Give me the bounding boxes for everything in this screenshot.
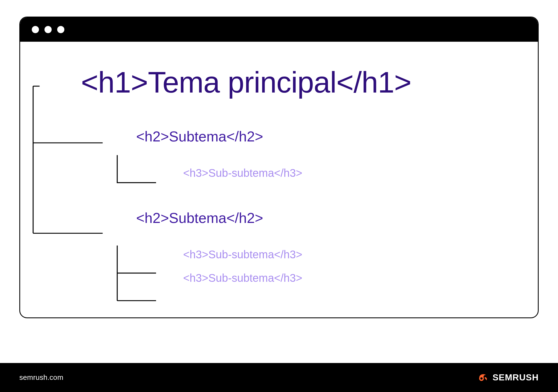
heading-h3-row: <h3>Sub-subtema</h3> xyxy=(64,167,513,179)
footer-url: semrush.com xyxy=(19,373,63,382)
heading-h3: <h3>Sub-subtema</h3> xyxy=(183,248,513,261)
browser-window: <h1>Tema principal</h1> <h2>Subtema</h2>… xyxy=(19,17,539,318)
heading-h3-row: <h3>Sub-subtema</h3> xyxy=(64,272,513,284)
canvas: <h1>Tema principal</h1> <h2>Subtema</h2>… xyxy=(0,0,558,363)
window-dot-icon xyxy=(44,26,52,33)
diagram-content: <h1>Tema principal</h1> <h2>Subtema</h2>… xyxy=(20,42,538,317)
heading-h1-row: <h1>Tema principal</h1> xyxy=(64,67,513,98)
window-dot-icon xyxy=(32,26,39,33)
semrush-flame-icon xyxy=(478,372,489,383)
heading-h3: <h3>Sub-subtema</h3> xyxy=(183,272,513,284)
brand-logo: SEMRUSH xyxy=(478,372,539,383)
heading-h2: <h2>Subtema</h2> xyxy=(136,128,513,145)
heading-h2: <h2>Subtema</h2> xyxy=(136,210,513,226)
heading-h2-row: <h2>Subtema</h2> xyxy=(64,128,513,145)
heading-h1: <h1>Tema principal</h1> xyxy=(81,67,513,98)
footer-bar: semrush.com SEMRUSH xyxy=(0,363,558,392)
svg-point-0 xyxy=(480,377,483,380)
window-dot-icon xyxy=(57,26,64,33)
heading-h2-row: <h2>Subtema</h2> xyxy=(64,210,513,226)
heading-h3: <h3>Sub-subtema</h3> xyxy=(183,167,513,179)
heading-h3-row: <h3>Sub-subtema</h3> xyxy=(64,248,513,261)
window-titlebar xyxy=(20,17,538,42)
brand-name: SEMRUSH xyxy=(493,372,539,383)
